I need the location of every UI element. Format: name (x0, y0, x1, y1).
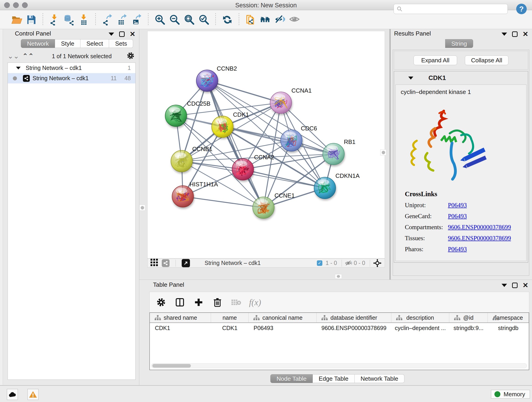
export-image-button[interactable] (129, 13, 144, 26)
vertical-splitter[interactable] (389, 29, 391, 280)
network-share-icon[interactable] (162, 259, 170, 267)
tab-select[interactable]: Select (80, 39, 109, 48)
first-neighbors-homes-button[interactable] (258, 13, 273, 26)
apply-layout-refresh-button[interactable] (220, 13, 234, 26)
network-row-selected[interactable]: String Network – cdk1 11 48 (8, 73, 135, 83)
table-row[interactable]: CDK1CDK1P064939606.ENSP00000378699cyclin… (150, 323, 529, 333)
panel-menu-icon[interactable] (109, 32, 114, 36)
column-header-database-identifier[interactable]: database identifier (317, 313, 391, 322)
status-bar: Memory (0, 385, 532, 402)
tab-edge-table[interactable]: Edge Table (313, 374, 355, 383)
delete-column-trash-icon[interactable] (211, 296, 223, 308)
memory-status-icon (494, 391, 500, 397)
zoom-in-button[interactable] (152, 13, 167, 26)
tab-string[interactable]: String (445, 39, 473, 48)
tab-style[interactable]: Style (55, 39, 80, 48)
panel-float-icon[interactable] (119, 32, 125, 37)
panel-menu-icon[interactable] (501, 32, 507, 36)
network-node-HIST1H1A[interactable]: HIST1H1A (172, 181, 218, 207)
network-node-CCNE1[interactable]: CCNE1 (253, 192, 295, 218)
network-edge[interactable] (183, 196, 264, 208)
network-edge[interactable] (207, 81, 281, 103)
node-label: RB1 (344, 138, 355, 145)
expand-all-chevron-icon[interactable]: ⌃⌃ (22, 53, 34, 60)
network-selected-status: 1 of 1 Network selected (37, 53, 127, 60)
gene-description: cyclin–dependent kinase 1 (401, 89, 526, 96)
zoom-selected-button[interactable] (196, 13, 211, 26)
network-current-dot-icon (13, 76, 17, 80)
copy-share-document-button[interactable] (243, 13, 258, 26)
show-all-eye-button[interactable] (287, 13, 302, 26)
network-nodes: CCNB2 CCNA1 CDC25B CDK1 CDC6 RB1 CCNB1 C… (165, 65, 360, 218)
crosslink-value-link[interactable]: 9606.ENSP00000378699 (448, 235, 511, 242)
tab-network-table[interactable]: Network Table (355, 374, 404, 383)
save-session-button[interactable] (24, 13, 38, 26)
pan-crosshair-icon[interactable] (373, 259, 381, 267)
crosslink-label: Pharos: (405, 246, 448, 253)
network-canvas[interactable]: CCNB2 CCNA1 CDC25B CDK1 CDC6 RB1 CCNB1 C… (147, 31, 385, 259)
panel-float-icon[interactable] (512, 283, 518, 288)
crosslink-value-link[interactable]: P06493 (448, 202, 467, 209)
tab-node-table[interactable]: Node Table (270, 374, 313, 383)
network-node-RB1[interactable]: RB1 (323, 138, 355, 165)
import-table-button[interactable] (76, 13, 91, 26)
node-label: HIST1H1A (190, 181, 218, 188)
hide-selected-eye-slash-button[interactable] (273, 13, 287, 26)
column-header--id[interactable]: @id (449, 313, 488, 322)
show-columns-icon[interactable] (174, 296, 186, 308)
network-edge[interactable] (207, 81, 264, 208)
selected-checkbox-icon[interactable]: ✓ (317, 260, 322, 266)
collapse-all-button[interactable]: Collapse All (465, 56, 508, 65)
crosslink-value-link[interactable]: P06493 (448, 213, 467, 220)
table-options-gear-icon[interactable] (155, 296, 167, 308)
birds-eye-grid-icon[interactable] (150, 259, 158, 268)
network-options-gear-icon[interactable] (127, 51, 135, 61)
tab-network[interactable]: Network (21, 39, 55, 48)
gene-collapse-icon[interactable] (408, 77, 413, 80)
add-column-icon[interactable] (193, 296, 205, 308)
import-network-button[interactable] (47, 13, 62, 26)
expand-all-button[interactable]: Expand All (413, 56, 457, 65)
left-splitter-handle[interactable] (139, 205, 145, 211)
network-node-CDK1[interactable]: CDK1 (212, 111, 249, 138)
column-header-description[interactable]: description (391, 313, 449, 322)
search-box[interactable] (394, 4, 508, 14)
panel-close-icon[interactable]: ✕ (523, 32, 528, 37)
column-header-shared-name[interactable]: shared name (150, 313, 211, 322)
export-network-button[interactable] (100, 13, 114, 26)
help-icon[interactable]: ? (516, 4, 527, 14)
gene-section-header[interactable]: CDK1 (394, 71, 528, 85)
open-in-window-icon[interactable] (182, 259, 190, 267)
collection-expand-icon[interactable] (16, 67, 21, 70)
network-node-CDKN1A[interactable]: CDKN1A (314, 172, 360, 199)
zoom-out-button[interactable] (167, 13, 182, 26)
export-table-button[interactable] (114, 13, 129, 26)
table-hscrollbar[interactable] (151, 363, 527, 368)
network-edge[interactable] (243, 169, 325, 188)
crosslink-value-link[interactable]: 9606.ENSP00000378699 (448, 224, 511, 231)
memory-button[interactable]: Memory (491, 390, 530, 399)
cloud-button[interactable] (7, 389, 18, 400)
network-node-CCNA1[interactable]: CCNA1 (270, 87, 312, 114)
panel-close-icon[interactable]: ✕ (523, 283, 528, 288)
search-input[interactable] (403, 5, 507, 13)
panel-menu-icon[interactable] (501, 284, 507, 287)
warning-button[interactable] (27, 389, 38, 400)
bottom-splitter-handle[interactable] (335, 274, 342, 279)
open-session-button[interactable] (9, 13, 24, 26)
collapse-all-chevron-icon[interactable]: ⌄⌄ (7, 53, 19, 60)
zoom-fit-button[interactable] (182, 13, 196, 26)
column-header-namespace[interactable]: namespace (488, 313, 529, 322)
panel-float-icon[interactable] (512, 32, 518, 37)
network-collection-row[interactable]: String Network – cdk1 1 (8, 63, 135, 73)
column-header-name[interactable]: name (211, 313, 249, 322)
column-header-canonical-name[interactable]: canonical name (249, 313, 317, 322)
import-network-database-button[interactable] (62, 13, 76, 26)
panel-close-icon[interactable]: ✕ (130, 32, 135, 37)
table-cell: 9606.ENSP00000378699 (317, 323, 391, 333)
network-node-CCNB1[interactable]: CCNB1 (171, 146, 212, 172)
right-splitter-handle[interactable] (380, 149, 386, 155)
tab-sets[interactable]: Sets (109, 39, 133, 48)
crosslink-value-link[interactable]: P06493 (448, 246, 467, 253)
scrollbar-thumb[interactable] (152, 364, 191, 368)
